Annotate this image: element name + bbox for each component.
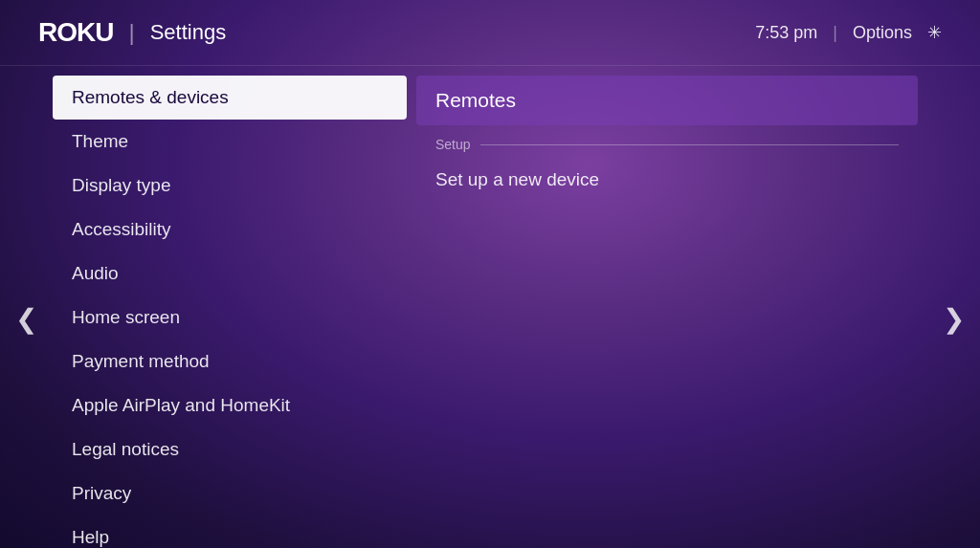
header-pipe: | (833, 23, 837, 43)
header-divider: | (128, 19, 134, 46)
sidebar-item-accessibility[interactable]: Accessibility (53, 208, 407, 252)
setup-section-label: Setup (416, 127, 918, 158)
right-arrow[interactable]: ❯ (927, 66, 980, 548)
header-left: ROKU | Settings (38, 17, 226, 48)
roku-logo: ROKU (38, 17, 113, 48)
setup-new-device-item[interactable]: Set up a new device (416, 158, 918, 202)
header: ROKU | Settings 7:53 pm | Options ✳ (0, 0, 980, 66)
sidebar-item-apple-airplay[interactable]: Apple AirPlay and HomeKit (53, 384, 407, 427)
sidebar-item-theme[interactable]: Theme (53, 120, 407, 164)
sidebar-item-help[interactable]: Help (53, 515, 407, 548)
options-icon[interactable]: ✳ (927, 22, 942, 43)
main-content: ❮ Remotes & devices Theme Display type A… (0, 66, 980, 548)
sidebar-item-home-screen[interactable]: Home screen (53, 296, 407, 340)
left-arrow[interactable]: ❮ (0, 66, 53, 548)
options-label: Options (853, 23, 912, 43)
sidebar-item-remotes-devices[interactable]: Remotes & devices (53, 76, 407, 120)
current-time: 7:53 pm (755, 23, 817, 43)
remotes-menu-item[interactable]: Remotes (416, 76, 918, 125)
page-title: Settings (150, 20, 227, 45)
sidebar-item-payment-method[interactable]: Payment method (53, 340, 407, 384)
sidebar-item-privacy[interactable]: Privacy (53, 471, 407, 515)
settings-list: Remotes & devices Theme Display type Acc… (53, 66, 407, 548)
right-panel: Remotes Setup Set up a new device (407, 66, 927, 548)
header-right: 7:53 pm | Options ✳ (755, 22, 942, 43)
sidebar-item-display-type[interactable]: Display type (53, 164, 407, 208)
sidebar-item-legal-notices[interactable]: Legal notices (53, 427, 407, 471)
sidebar-item-audio[interactable]: Audio (53, 252, 407, 296)
